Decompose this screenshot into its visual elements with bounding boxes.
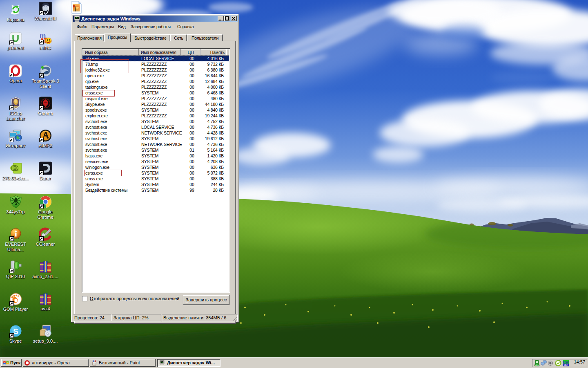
svg-text:q0p: q0p bbox=[535, 364, 539, 366]
svg-text:3D: 3D bbox=[564, 364, 568, 366]
svg-text:Xear: Xear bbox=[563, 361, 569, 364]
svg-text:S: S bbox=[13, 327, 18, 336]
